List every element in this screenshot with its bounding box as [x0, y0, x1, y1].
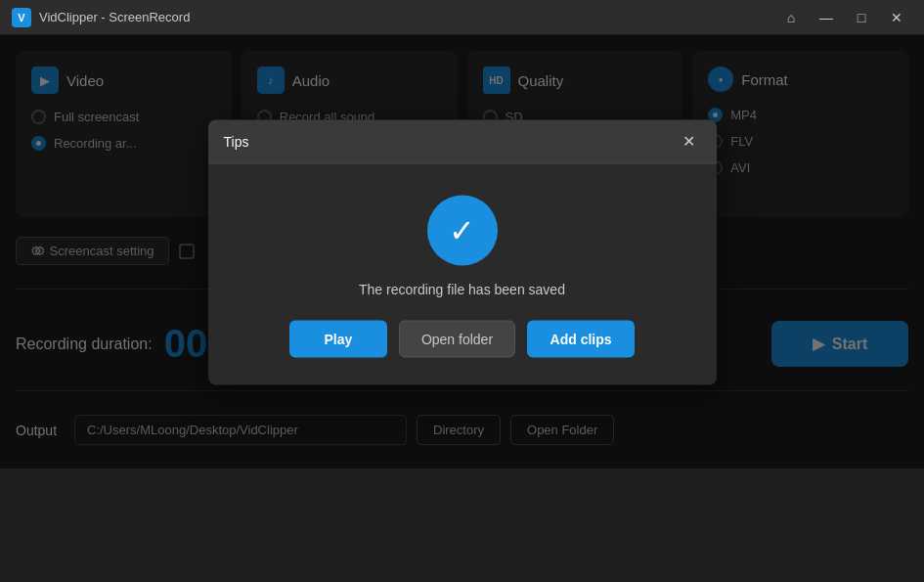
- home-button[interactable]: ⌂: [775, 4, 807, 31]
- main-content: ▶ Video Full screencast Recording ar... …: [0, 35, 924, 469]
- close-button[interactable]: ✕: [881, 4, 912, 31]
- app-title: VidClipper - ScreenRecord: [39, 10, 190, 24]
- dialog-header: Tips ✕: [208, 119, 717, 163]
- success-icon: ✓: [427, 195, 498, 265]
- title-bar: V VidClipper - ScreenRecord ⌂ — □ ✕: [0, 0, 924, 35]
- app-icon: V: [12, 8, 31, 27]
- tips-dialog: Tips ✕ ✓ The recording file has been sav…: [208, 119, 717, 384]
- dialog-title: Tips: [224, 133, 249, 149]
- window-controls: ⌂ — □ ✕: [775, 4, 912, 31]
- dialog-actions: Play Open folder Add clips: [289, 320, 635, 357]
- checkmark-icon: ✓: [449, 214, 475, 246]
- maximize-button[interactable]: □: [846, 4, 877, 31]
- open-folder-dialog-button[interactable]: Open folder: [399, 320, 515, 357]
- dialog-body: ✓ The recording file has been saved Play…: [208, 163, 717, 384]
- play-button[interactable]: Play: [289, 320, 387, 357]
- add-clips-button[interactable]: Add clips: [527, 320, 635, 357]
- dialog-message: The recording file has been saved: [359, 281, 565, 296]
- minimize-button[interactable]: —: [811, 4, 842, 31]
- dialog-close-button[interactable]: ✕: [678, 129, 701, 153]
